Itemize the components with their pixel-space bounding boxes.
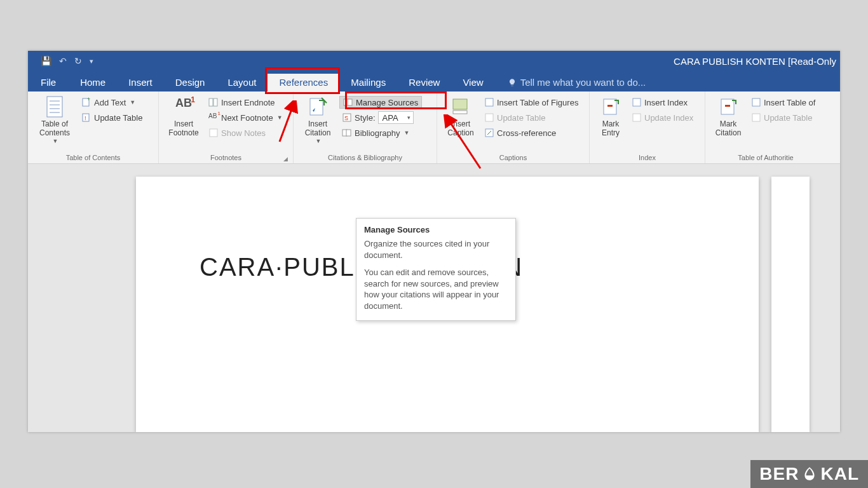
svg-text:S: S <box>344 115 348 121</box>
ribbon-tabs: File Home Insert Design Layout Reference… <box>28 71 840 92</box>
svg-rect-11 <box>210 129 217 137</box>
tab-view[interactable]: View <box>451 74 494 92</box>
tab-home[interactable]: Home <box>69 74 117 92</box>
title-bar: 💾 ↶ ↻ ▾ CARA PUBLISH KONTEN [Read-Only <box>28 51 840 71</box>
insert-toa-icon <box>751 97 761 107</box>
manage-sources-button[interactable]: Manage Sources <box>339 96 422 109</box>
add-text-icon: + <box>81 97 92 107</box>
tab-review[interactable]: Review <box>397 74 451 92</box>
mark-entry-button[interactable]: Mark Entry <box>593 94 628 138</box>
group-label-toa: Table of Authoritie <box>709 153 822 162</box>
insert-citation-button[interactable]: Insert Citation▼ <box>297 94 338 145</box>
watermark: BER KAL <box>750 460 868 488</box>
insert-index-button[interactable]: Insert Index <box>629 96 696 109</box>
insert-endnote-button[interactable]: Insert Endnote <box>206 96 285 109</box>
style-icon: S <box>342 112 352 123</box>
manage-sources-icon <box>343 97 353 107</box>
svg-rect-30 <box>752 98 760 106</box>
svg-rect-25 <box>607 105 613 107</box>
svg-rect-14 <box>348 99 352 105</box>
tab-design[interactable]: Design <box>164 74 217 92</box>
svg-rect-29 <box>725 105 730 107</box>
citation-style-row: S Style: APA <box>339 111 422 125</box>
update-table-button[interactable]: ! Update Table <box>79 111 145 124</box>
svg-rect-10 <box>214 98 217 106</box>
svg-rect-19 <box>453 99 467 109</box>
update-index-icon <box>632 112 642 123</box>
lightbulb-icon <box>508 78 517 87</box>
cross-reference-icon <box>484 128 494 138</box>
tell-me-placeholder: Tell me what you want to do... <box>520 77 646 88</box>
redo-icon[interactable]: ↻ <box>74 56 82 66</box>
svg-rect-26 <box>633 98 641 106</box>
mark-citation-button[interactable]: Mark Citation <box>709 94 747 138</box>
insert-caption-button[interactable]: Insert Caption <box>441 94 480 138</box>
svg-text:+: + <box>87 97 90 102</box>
group-label-citations: Citations & Bibliography <box>297 153 433 162</box>
footnotes-dialog-launcher[interactable]: ◢ <box>283 156 288 162</box>
tab-mailings[interactable]: Mailings <box>339 74 397 92</box>
undo-icon[interactable]: ↶ <box>59 56 67 66</box>
insert-caption-icon <box>451 97 471 117</box>
tell-me-search[interactable]: Tell me what you want to do... <box>508 77 646 92</box>
insert-footnote-icon: AB1 <box>173 97 194 117</box>
mark-entry-icon <box>600 97 621 117</box>
svg-rect-9 <box>209 98 213 106</box>
group-label-toc: Table of Contents <box>32 153 154 162</box>
table-of-contents-button[interactable]: Table of Contents▼ <box>32 94 78 145</box>
svg-rect-21 <box>485 98 493 106</box>
show-notes-button: Show Notes <box>206 126 285 139</box>
update-table-captions-button: Update Table <box>482 111 581 124</box>
svg-rect-20 <box>453 111 467 114</box>
show-notes-icon <box>208 128 219 138</box>
tab-references[interactable]: References <box>268 74 339 92</box>
svg-rect-27 <box>633 114 641 121</box>
update-table-icon: ! <box>81 112 92 123</box>
update-index-button: Update Index <box>629 111 696 124</box>
leaf-icon <box>801 466 818 482</box>
cross-reference-button[interactable]: Cross-reference <box>482 126 581 139</box>
table-of-figures-icon <box>484 97 494 107</box>
svg-rect-0 <box>47 97 62 117</box>
bibliography-button[interactable]: Bibliography▼ <box>339 126 422 139</box>
insert-citation-icon <box>308 97 328 117</box>
svg-rect-22 <box>485 114 493 121</box>
tab-insert[interactable]: Insert <box>117 74 164 92</box>
ribbon: Table of Contents▼ + Add Text▼ ! Update … <box>28 92 840 164</box>
document-title: CARA PUBLISH KONTEN [Read-Only <box>93 56 840 67</box>
next-footnote-button[interactable]: AB1 Next Footnote▼ <box>206 111 285 124</box>
add-text-button[interactable]: + Add Text▼ <box>79 96 145 109</box>
update-toa-icon <box>751 112 761 123</box>
tooltip-manage-sources: Manage Sources Organize the sources cite… <box>356 218 516 321</box>
tooltip-title: Manage Sources <box>364 225 508 234</box>
update-table-toa-button: Update Table <box>749 111 818 124</box>
next-footnote-icon: AB1 <box>208 112 219 123</box>
insert-index-icon <box>632 97 642 107</box>
tooltip-text-1: Organize the sources cited in your docum… <box>364 238 508 261</box>
style-label: Style: <box>355 113 376 123</box>
update-table-captions-icon <box>484 112 494 123</box>
save-icon[interactable]: 💾 <box>41 56 51 66</box>
tab-layout[interactable]: Layout <box>216 74 268 92</box>
tab-file[interactable]: File <box>28 74 69 92</box>
insert-footnote-button[interactable]: AB1 Insert Footnote <box>163 94 205 138</box>
insert-endnote-icon <box>208 97 219 107</box>
document-page-next[interactable] <box>771 177 810 432</box>
tooltip-text-2: You can edit and remove sources, search … <box>364 267 508 311</box>
citation-style-select[interactable]: APA <box>378 111 414 124</box>
svg-rect-18 <box>346 130 351 136</box>
bibliography-icon <box>342 128 352 138</box>
svg-rect-31 <box>752 114 760 121</box>
group-label-footnotes: Footnotes◢ <box>163 153 289 162</box>
svg-text:!: ! <box>85 115 86 121</box>
group-label-captions: Captions <box>441 153 585 162</box>
group-label-index: Index <box>593 153 701 162</box>
insert-table-of-figures-button[interactable]: Insert Table of Figures <box>482 96 581 109</box>
table-of-contents-icon <box>44 97 65 117</box>
insert-table-of-authorities-button[interactable]: Insert Table of <box>749 96 818 109</box>
mark-citation-icon <box>718 97 738 117</box>
